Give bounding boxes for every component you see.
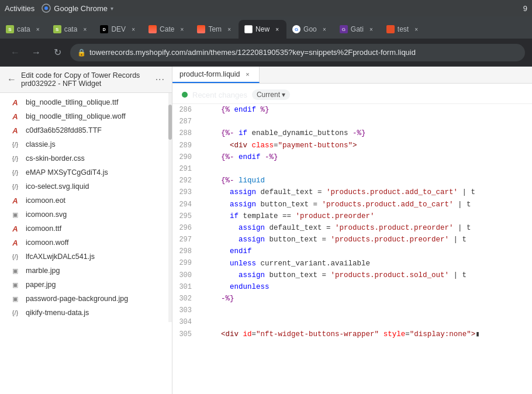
line-number: 295 [172,210,199,222]
file-item[interactable]: {/} ico-select.svg.liquid [0,179,172,193]
code-line: 290 {%- endif -%} [172,151,532,163]
file-type-icon: A [9,112,21,121]
code-line: 303 [172,305,532,316]
file-name: c0df3a6b528fdd85.TTF [26,126,102,134]
header-more-button[interactable]: ··· [156,74,165,85]
tab-close-4[interactable]: × [177,25,186,34]
recent-changes-bar: Recent changes Current ▾ [172,84,532,104]
file-name: lfcAXLwjkDALc541.js [26,253,95,261]
file-item[interactable]: ▣ marble.jpg [0,264,172,278]
line-number: 287 [172,116,199,127]
file-type-icon: ▣ [9,281,21,289]
line-number: 300 [172,269,199,281]
file-item[interactable]: {/} cs-skin-border.css [0,151,172,165]
file-item[interactable]: A c0df3a6b528fdd85.TTF [0,123,172,137]
tab-favicon-1: S [6,25,14,33]
editor-tab-product-form[interactable]: product-form.liquid × [172,67,260,83]
current-dropdown-button[interactable]: Current ▾ [252,89,290,100]
line-code: unless current_variant.available [199,257,532,269]
line-number: 303 [172,305,199,316]
code-line: 286 {% endif %} [172,104,532,116]
code-line: 297 assign button_text = 'products.produ… [172,234,532,246]
system-time: 9 [523,4,527,13]
sidebar-scroll-area: A big_noodle_titling_oblique.ttf A big_n… [0,93,172,322]
code-content[interactable]: 286 {% endif %} 287 288 {%- if enable_dy… [172,104,532,394]
code-editor: product-form.liquid × Recent changes Cur… [172,67,532,394]
tab-title-4: Cate [160,25,174,33]
line-code: assign default_text = 'products.product.… [199,186,532,198]
sidebar-scrollbar-thumb[interactable] [168,105,172,140]
tab-close-9[interactable]: × [412,25,421,34]
file-item[interactable]: A icomoon.ttf [0,222,172,236]
tab-close-7[interactable]: × [320,25,329,34]
line-number: 298 [172,246,199,257]
file-item[interactable]: {/} classie.js [0,137,172,151]
browser-tab-1[interactable]: S cata × [0,20,47,39]
system-bar: Activities Google Chrome ▾ 9 [0,0,532,16]
chrome-dropdown-icon[interactable]: ▾ [110,5,113,12]
file-item[interactable]: ▣ icomoon.svg [0,208,172,222]
browser-window: S cata × S cata × D DEV × Cate × Tem × [0,16,532,394]
code-line: 291 [172,163,532,175]
status-dot [182,92,188,98]
file-type-icon: {/} [9,309,21,316]
line-code [199,163,532,175]
file-item[interactable]: {/} lfcAXLwjkDALc541.js [0,250,172,264]
file-item[interactable]: {/} qikify-tmenu-data.js [0,306,172,320]
line-code [199,116,532,127]
tab-favicon-6 [244,25,253,33]
tab-close-3[interactable]: × [129,25,138,34]
tab-title-7: Goo [303,25,317,33]
editor-tab-close[interactable]: × [244,70,252,78]
url-bar[interactable]: 🔒 towerrecords.myshopify.com/admin/theme… [70,44,525,61]
browser-tab-6[interactable]: New × [239,20,286,39]
file-name: icomoon.ttf [26,224,61,233]
line-code: {%- endif -%} [199,151,532,163]
browser-tab-2[interactable]: S cata × [47,20,95,39]
svg-point-1 [44,6,48,10]
file-item[interactable]: {/} eMAP MXSyTCgGdiT4.js [0,165,172,179]
line-code: -%} [199,293,532,305]
browser-tab-8[interactable]: G Gati × [334,20,381,39]
file-name: cs-skin-border.css [26,154,85,163]
tab-title-9: test [398,25,409,33]
tab-close-8[interactable]: × [367,25,376,34]
browser-tab-9[interactable]: test × [381,20,426,39]
file-item[interactable]: A big_noodle_titling_oblique.woff [0,109,172,123]
file-name: paper.jpg [26,281,56,289]
browser-tab-4[interactable]: Cate × [143,20,191,39]
code-line: 292 {%- liquid [172,175,532,186]
back-button[interactable]: ← [7,44,23,61]
current-label: Current [257,91,280,99]
file-item[interactable]: A icomoon.eot [0,193,172,208]
chrome-app-label[interactable]: Google Chrome ▾ [42,4,113,13]
file-item[interactable]: A icomoon.woff [0,236,172,250]
tab-close-2[interactable]: × [80,25,89,34]
line-number: 292 [172,175,199,186]
forward-button[interactable]: → [28,44,44,61]
tab-favicon-7: G [292,25,300,33]
activities-label[interactable]: Activities [5,4,34,13]
code-table: 286 {% endif %} 287 288 {%- if enable_dy… [172,104,532,340]
browser-tab-3[interactable]: D DEV × [94,20,143,39]
file-name: icomoon.woff [26,239,68,247]
browser-tab-5[interactable]: Tem × [191,20,239,39]
browser-tab-7[interactable]: G Goo × [286,20,334,39]
tab-close-6[interactable]: × [272,25,282,34]
line-code: assign button_text = 'products.product.a… [199,199,532,210]
tab-close-5[interactable]: × [224,25,234,34]
address-bar: ← → ↻ 🔒 towerrecords.myshopify.com/admin… [0,39,532,67]
line-code: {% endif %} [199,104,532,116]
file-item[interactable]: ▣ paper.jpg [0,278,172,292]
lock-icon: 🔒 [77,49,86,57]
tab-close-1[interactable]: × [33,25,43,34]
back-nav-icon[interactable]: ← [7,74,16,85]
editor-header: ← Edit code for Copy of Tower Records pr… [0,67,172,93]
tab-bar: S cata × S cata × D DEV × Cate × Tem × [0,16,532,39]
file-item[interactable]: ▣ password-page-background.jpg [0,292,172,306]
file-item[interactable]: A big_noodle_titling_oblique.ttf [0,95,172,109]
refresh-button[interactable]: ↻ [49,44,65,61]
file-name: marble.jpg [26,267,60,275]
line-code: <div id="nft-widget-buttons-wrapper" sty… [199,329,532,340]
file-type-icon: {/} [9,155,21,162]
